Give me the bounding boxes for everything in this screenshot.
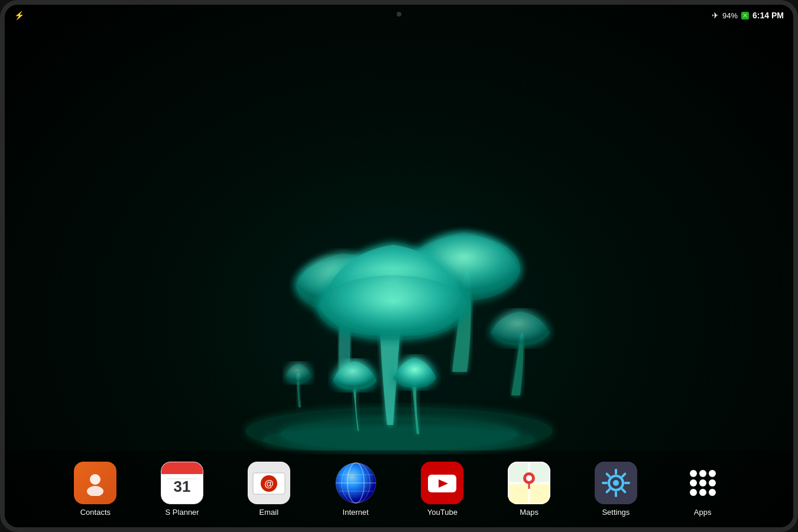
dock-item-apps[interactable]: Apps [670,462,735,517]
mushroom-illustration [222,112,576,455]
svg-rect-10 [161,468,203,474]
internet-icon [335,462,377,504]
airplane-mode-icon: ✈ [712,11,719,20]
svg-point-6 [90,474,100,485]
svg-point-52 [709,489,716,496]
splanner-icon: 31 [161,462,203,504]
status-left: ⚡ [14,11,24,20]
svg-point-7 [87,486,103,496]
wallpaper [5,5,793,527]
svg-point-44 [690,470,697,477]
camera [397,12,401,17]
usb-icon: ⚡ [14,11,24,20]
dock-item-splanner[interactable]: 31 S Planner [150,462,215,517]
settings-label: Settings [602,508,630,517]
apps-icon [682,462,724,504]
svg-point-4 [317,275,469,340]
dock-item-contacts[interactable]: Contacts [63,462,128,517]
svg-point-5 [263,427,535,453]
dock-item-email[interactable]: @ Email [236,462,301,517]
svg-point-32 [526,475,532,481]
email-icon: @ [248,462,290,504]
tablet-frame: ⚡ ✈ 94% ✕ 6:14 PM Contacts [0,0,798,532]
svg-point-50 [690,489,697,496]
svg-point-35 [613,480,619,486]
battery-percent: 94% [722,11,738,20]
dock: Contacts 31 S Planner [5,450,793,527]
svg-point-49 [709,479,716,486]
dock-item-internet[interactable]: Internet [323,462,388,517]
settings-icon [595,462,637,504]
contacts-label: Contacts [80,508,111,517]
internet-label: Internet [343,508,369,517]
screen: ⚡ ✈ 94% ✕ 6:14 PM Contacts [5,5,793,527]
svg-point-46 [709,470,716,477]
contacts-icon [74,462,116,504]
svg-point-51 [699,489,706,496]
dock-item-maps[interactable]: Maps [497,462,562,517]
apps-label: Apps [694,508,712,517]
time-display: 6:14 PM [752,11,784,20]
svg-point-47 [690,479,697,486]
splanner-label: S Planner [166,508,199,517]
svg-point-48 [699,479,706,486]
status-right: ✈ 94% ✕ 6:14 PM [712,11,784,20]
svg-text:@: @ [264,479,274,489]
maps-label: Maps [520,508,539,517]
maps-icon [508,462,550,504]
youtube-icon [421,462,463,504]
youtube-label: YouTube [427,508,458,517]
dock-item-youtube[interactable]: YouTube [410,462,475,517]
x-close-icon: ✕ [741,12,749,20]
dock-item-settings[interactable]: Settings [583,462,648,517]
svg-point-45 [699,470,706,477]
email-label: Email [259,508,279,517]
svg-text:31: 31 [174,478,191,495]
